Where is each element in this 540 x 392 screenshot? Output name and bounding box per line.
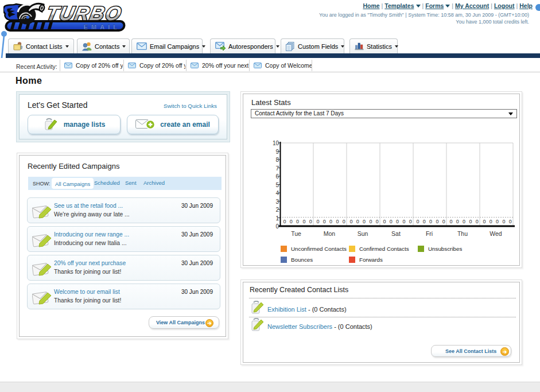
svg-text:0: 0 <box>309 219 312 224</box>
svg-text:0: 0 <box>390 219 393 224</box>
svg-text:0: 0 <box>323 219 326 224</box>
svg-text:0: 0 <box>356 219 359 224</box>
svg-text:0: 0 <box>483 219 485 224</box>
svg-text:TURBO: TURBO <box>45 2 125 24</box>
svg-text:0: 0 <box>496 219 499 224</box>
svg-text:0: 0 <box>369 219 372 224</box>
svg-text:0: 0 <box>469 219 472 224</box>
svg-text:0: 0 <box>416 219 419 224</box>
svg-text:0: 0 <box>336 219 339 224</box>
svg-text:0: 0 <box>283 219 286 224</box>
svg-text:0: 0 <box>343 219 345 224</box>
svg-text:0: 0 <box>376 219 379 224</box>
svg-text:0: 0 <box>302 219 305 224</box>
svg-text:0: 0 <box>316 219 319 224</box>
svg-text:Mon: Mon <box>324 230 336 237</box>
svg-text:Bounces: Bounces <box>291 257 313 263</box>
svg-text:0: 0 <box>463 219 465 224</box>
svg-text:0: 0 <box>402 219 405 224</box>
svg-text:0: 0 <box>436 219 438 224</box>
svg-text:0: 0 <box>363 219 366 224</box>
svg-text:Sun: Sun <box>358 230 368 237</box>
svg-text:Forwards: Forwards <box>359 257 383 263</box>
svg-text:Fri: Fri <box>426 230 433 237</box>
svg-text:Confirmed Contacts: Confirmed Contacts <box>359 246 409 252</box>
svg-text:Unsubscribes: Unsubscribes <box>428 246 462 252</box>
svg-text:0: 0 <box>429 219 432 224</box>
svg-text:Tue: Tue <box>291 230 301 237</box>
svg-text:0: 0 <box>383 219 386 224</box>
svg-text:0: 0 <box>442 219 445 224</box>
svg-text:Sat: Sat <box>391 230 401 237</box>
svg-text:0: 0 <box>502 219 505 224</box>
svg-text:0: 0 <box>456 219 459 224</box>
svg-text:0: 0 <box>476 219 479 224</box>
svg-text:0: 0 <box>396 219 399 224</box>
svg-text:0: 0 <box>449 219 452 224</box>
svg-text:Thu: Thu <box>457 230 468 237</box>
svg-text:0: 0 <box>490 219 492 224</box>
svg-text:0: 0 <box>409 219 412 224</box>
svg-text:0: 0 <box>290 219 293 224</box>
svg-text:0: 0 <box>509 219 512 224</box>
svg-text:Wed: Wed <box>490 230 502 237</box>
svg-text:0: 0 <box>349 219 352 224</box>
svg-text:0: 0 <box>423 219 426 224</box>
svg-text:0: 0 <box>296 219 299 224</box>
svg-text:Unconfirmed Contacts: Unconfirmed Contacts <box>291 246 347 252</box>
svg-text:0: 0 <box>329 219 332 224</box>
svg-text:EMAIL: EMAIL <box>84 24 121 30</box>
